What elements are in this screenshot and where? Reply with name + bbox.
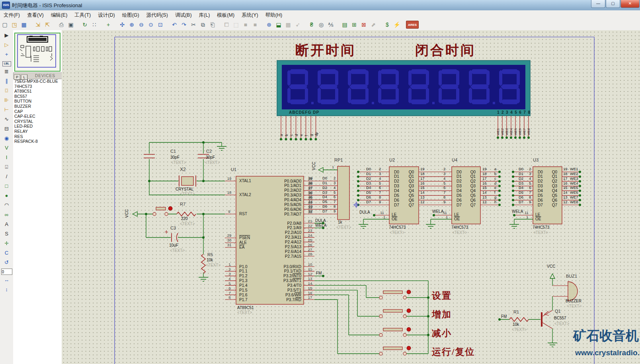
toolbar-icon[interactable]: ⊞	[349, 20, 359, 29]
overview-window[interactable]	[14, 33, 60, 72]
toolbar-icon[interactable]: ↷	[179, 20, 189, 29]
toolbar-icon[interactable]: ▦	[19, 20, 29, 29]
device-list-item[interactable]: BUZZER	[13, 104, 62, 109]
mode-tool-icon[interactable]: I	[2, 153, 12, 162]
menu-item[interactable]: 帮助(H)	[262, 10, 286, 19]
c2-capacitor[interactable]	[198, 154, 209, 158]
mode-tool-icon[interactable]: +	[2, 50, 12, 59]
toolbar-icon[interactable]: ⬈	[369, 20, 378, 29]
toolbar-icon[interactable]: $	[382, 20, 392, 29]
mirror-vertical-icon[interactable]: ↕	[2, 285, 12, 294]
maximize-button[interactable]: ▢	[606, 0, 620, 8]
rp1-body[interactable]	[338, 166, 349, 220]
device-list-item[interactable]: BC557	[13, 94, 62, 99]
toolbar-icon[interactable]: ➶	[293, 20, 302, 29]
mode-tool-icon[interactable]: C	[2, 248, 12, 257]
toolbar-icon[interactable]: ⚡	[392, 20, 402, 29]
toolbar-icon[interactable]: ∷	[90, 20, 99, 29]
mode-tool-icon[interactable]: ↺	[2, 258, 12, 267]
device-list-item[interactable]: RES	[13, 134, 62, 139]
buz1-buzzer[interactable]	[552, 282, 578, 301]
toolbar-icon[interactable]: ▢	[0, 20, 10, 29]
device-list-item[interactable]: AT89C51	[13, 89, 62, 94]
mode-tool-icon[interactable]: ◠	[2, 200, 12, 210]
toolbar-icon[interactable]: ⊖	[137, 20, 146, 29]
u3-body[interactable]	[533, 167, 562, 224]
device-list-item[interactable]: RELAY	[13, 129, 62, 134]
title-bar[interactable]: ISIS 时间继电器 - ISIS Professional — ▢ ✕	[0, 0, 640, 11]
toolbar-icon[interactable]: ⬓	[274, 20, 283, 29]
mode-tool-icon[interactable]: □	[2, 181, 12, 191]
menu-item[interactable]: 模板(M)	[213, 10, 238, 19]
device-list-item[interactable]: CRYSTAL	[13, 119, 62, 124]
mode-tool-icon[interactable]: A	[2, 220, 12, 229]
toolbar-icon[interactable]: ■	[250, 20, 260, 29]
x2-crystal[interactable]	[179, 175, 196, 187]
mode-tool-icon[interactable]: ▷	[2, 40, 12, 49]
toolbar-icon[interactable]: ⧉	[198, 20, 208, 29]
mode-tool-icon[interactable]: ●	[2, 191, 12, 200]
mode-tool-icon[interactable]: S	[2, 229, 12, 238]
toolbar-icon[interactable]: ⊕	[127, 20, 137, 29]
u2-body[interactable]	[389, 167, 419, 224]
toolbar-icon[interactable]: ✣	[117, 20, 127, 29]
r1-resistor[interactable]	[509, 317, 529, 321]
q1-transistor[interactable]	[542, 310, 552, 329]
menu-item[interactable]: 库(L)	[195, 10, 214, 19]
toolbar-icon[interactable]: ⧠	[222, 20, 231, 29]
mirror-horizontal-icon[interactable]: ↔	[2, 275, 12, 284]
c1-capacitor[interactable]	[144, 154, 155, 158]
toolbar-icon[interactable]: ⊙	[146, 20, 156, 29]
mode-tool-icon[interactable]: ⊢	[2, 105, 12, 114]
device-list-item[interactable]: BUTTON	[13, 99, 62, 104]
toolbar-icon[interactable]: ▤	[340, 20, 349, 29]
toolbar-icon[interactable]: ⊛	[264, 20, 274, 29]
toolbar-icon[interactable]: ⎗	[208, 20, 217, 29]
mode-tool-icon[interactable]: V	[2, 143, 12, 152]
mode-tool-icon[interactable]: LBL	[2, 61, 11, 66]
u1-body[interactable]	[236, 176, 304, 304]
c3-capacitor[interactable]	[165, 230, 178, 242]
mode-tool-icon[interactable]: ⌻	[2, 162, 12, 171]
mode-tool-icon[interactable]: ∥	[2, 76, 12, 86]
menu-item[interactable]: 源代码(S)	[143, 10, 172, 19]
toolbar-icon[interactable]: ✂	[189, 20, 198, 29]
r7-resistor[interactable]	[177, 212, 196, 216]
device-list-item[interactable]: CAP-ELEC	[13, 114, 62, 119]
menu-item[interactable]: 查看(V)	[23, 10, 47, 19]
close-button[interactable]: ✕	[620, 0, 640, 8]
mode-tool-icon[interactable]: ◉	[2, 134, 12, 143]
mode-tool-icon[interactable]: ⌼	[2, 86, 12, 95]
mode-tool-icon[interactable]: ⊟	[2, 124, 12, 133]
mode-tool-icon[interactable]: /	[2, 172, 12, 181]
mode-tool-icon[interactable]: ▶	[2, 31, 12, 40]
toolbar-icon[interactable]: ⊡	[156, 20, 165, 29]
menu-item[interactable]: 设计(D)	[94, 10, 118, 19]
toolbar-icon[interactable]: ■	[241, 20, 250, 29]
mode-tool-icon[interactable]: ✛	[2, 239, 12, 248]
toolbar-icon[interactable]: ⎙	[57, 20, 66, 29]
device-list-item[interactable]: CAP	[13, 109, 62, 114]
device-list-item[interactable]: LED-RED	[13, 124, 62, 129]
menu-item[interactable]: 绘图(G)	[119, 10, 143, 19]
mode-tool-icon[interactable]: ∞	[2, 210, 12, 219]
seven-seg-display[interactable]	[277, 60, 530, 116]
toolbar-icon[interactable]: ↻	[80, 20, 90, 29]
device-list-item[interactable]: 7SEG-MPX8-CC-BLUE	[13, 79, 62, 84]
toolbar-icon[interactable]: ₴	[307, 20, 316, 29]
device-list-item[interactable]: RESPACK-8	[13, 139, 62, 144]
toolbar-icon[interactable]: ◳	[10, 20, 19, 29]
mode-tool-icon[interactable]: ⊪	[2, 95, 12, 105]
toolbar-icon[interactable]: ↶	[170, 20, 179, 29]
toolbar-icon[interactable]: ARES	[406, 21, 419, 29]
mode-tool-icon[interactable]: ≣	[2, 67, 12, 76]
device-list-item[interactable]: 74HC573	[13, 84, 62, 89]
toolbar-icon[interactable]: ⊠	[359, 20, 369, 29]
minimize-button[interactable]: —	[591, 0, 605, 8]
toolbar-icon[interactable]: ⇱	[43, 20, 52, 29]
menu-item[interactable]: 系统(Y)	[238, 10, 262, 19]
menu-item[interactable]: 工具(T)	[71, 10, 94, 19]
toolbar-icon[interactable]: ⅍	[326, 20, 336, 29]
toolbar-icon[interactable]: ◎	[316, 20, 326, 29]
toolbar-icon[interactable]: ▩	[283, 20, 293, 29]
